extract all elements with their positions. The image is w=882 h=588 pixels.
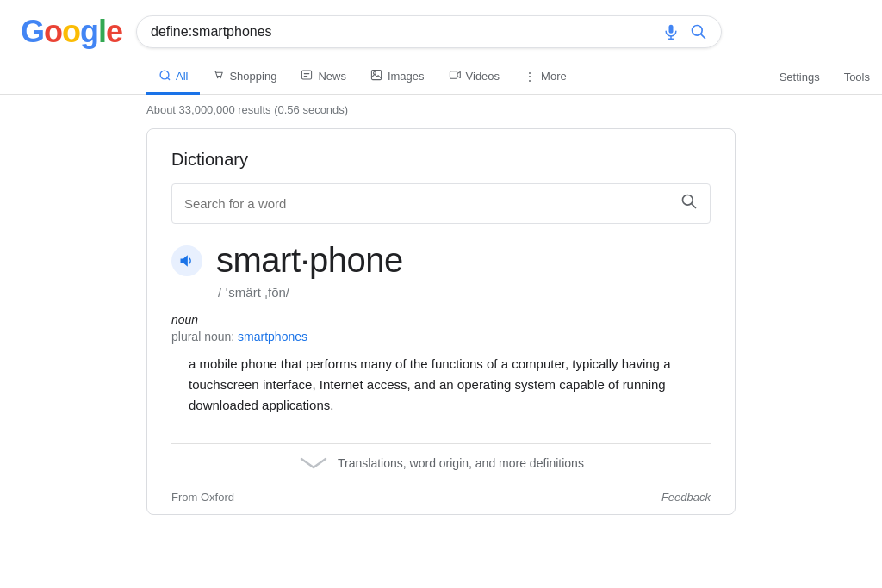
nav-item-videos[interactable]: Videos: [437, 60, 512, 95]
nav-label-shopping: Shopping: [229, 70, 276, 83]
settings-link[interactable]: Settings: [767, 62, 832, 92]
svg-rect-12: [371, 70, 381, 79]
dict-search-input[interactable]: [184, 196, 680, 211]
more-definitions-label: Translations, word origin, and more defi…: [338, 456, 584, 470]
pronunciation: / ˈsmärt ˌfōn/: [218, 285, 711, 300]
nav-item-news[interactable]: News: [289, 60, 358, 95]
nav-bar: All Shopping News: [0, 53, 882, 95]
svg-point-8: [220, 77, 221, 78]
shopping-icon: [212, 69, 224, 84]
header: Google: [0, 0, 882, 50]
word-header: smart·phone: [171, 241, 711, 280]
chevron-down-icon: [298, 455, 329, 472]
svg-rect-9: [302, 71, 312, 79]
svg-point-7: [217, 77, 218, 78]
settings-tools: Settings Tools: [767, 62, 882, 92]
logo-o2: o: [62, 14, 80, 49]
nav-label-news: News: [318, 70, 346, 83]
word-entry: smart·phone / ˈsmärt ˌfōn/ noun plural n…: [171, 241, 711, 443]
nav-item-all[interactable]: All: [146, 60, 200, 95]
logo-o1: o: [44, 14, 62, 49]
all-icon: [158, 69, 171, 84]
nav-item-more[interactable]: ⋮ More: [512, 61, 579, 95]
card-footer: From Oxford Feedback: [171, 482, 711, 514]
logo-g2: g: [80, 14, 98, 49]
svg-rect-14: [450, 71, 457, 78]
search-icons: [662, 23, 707, 40]
nav-label-all: All: [176, 70, 188, 83]
news-icon: [301, 69, 313, 84]
svg-rect-0: [669, 25, 674, 34]
mic-icon[interactable]: [662, 23, 680, 40]
result-stats: About 33,000,000 results (0.56 seconds): [0, 95, 882, 125]
feedback-link[interactable]: Feedback: [662, 491, 711, 504]
logo-g: G: [21, 14, 44, 49]
plural-label: plural noun:: [171, 330, 234, 344]
dictionary-title: Dictionary: [171, 150, 711, 170]
tools-link[interactable]: Tools: [832, 62, 882, 92]
dictionary-card: Dictionary smart·phone / ˈsmärt ˌfōn/ no…: [146, 128, 736, 515]
logo-l: l: [98, 14, 106, 49]
nav-item-images[interactable]: Images: [358, 60, 437, 95]
videos-icon: [449, 69, 461, 84]
more-definitions-expander[interactable]: Translations, word origin, and more defi…: [171, 443, 711, 482]
images-icon: [370, 69, 382, 84]
nav-label-more: More: [541, 70, 567, 83]
nav-item-shopping[interactable]: Shopping: [200, 60, 289, 95]
search-input[interactable]: [151, 24, 662, 40]
definition-text: a mobile phone that performs many of the…: [171, 354, 711, 416]
dict-search-box[interactable]: [171, 183, 711, 224]
dict-search-icon[interactable]: [680, 193, 698, 214]
logo-e: e: [106, 14, 122, 49]
nav-label-images: Images: [388, 70, 425, 83]
nav-label-videos: Videos: [466, 70, 500, 83]
speaker-button[interactable]: [171, 245, 202, 276]
more-dots-icon: ⋮: [524, 70, 536, 84]
svg-marker-17: [181, 255, 188, 266]
search-submit-icon[interactable]: [690, 23, 707, 40]
plural-word: smartphones: [238, 330, 307, 344]
word-text: smart·phone: [216, 241, 403, 280]
word-class: noun: [171, 313, 711, 326]
plural-line: plural noun: smartphones: [171, 330, 711, 344]
source-label: From Oxford: [171, 491, 234, 504]
speaker-icon: [178, 252, 196, 269]
search-bar[interactable]: [136, 15, 722, 48]
svg-line-16: [692, 204, 696, 208]
google-logo[interactable]: Google: [21, 14, 122, 50]
svg-line-4: [701, 34, 705, 39]
